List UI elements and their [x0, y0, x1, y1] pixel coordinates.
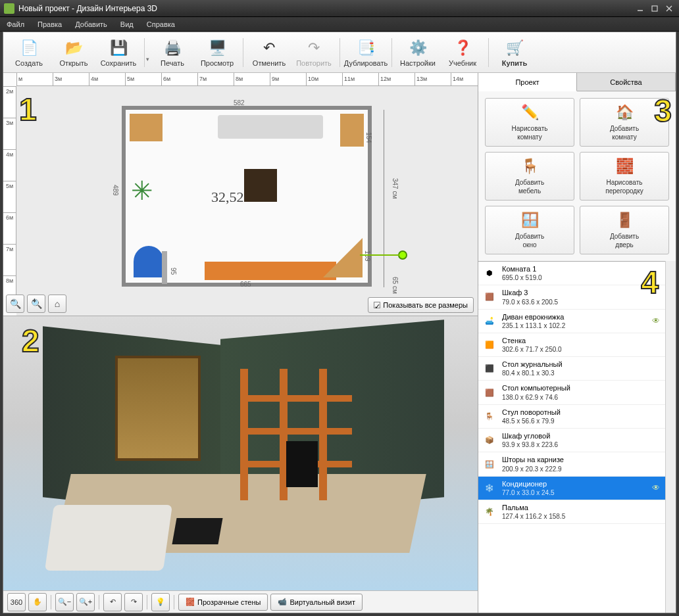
zoom-out-button[interactable]: 🔍− [6, 295, 24, 313]
action-draw-room[interactable]: ✏️Нарисоватькомнату [485, 98, 574, 147]
object-icon: 🪑 [482, 409, 497, 423]
view3d-redo[interactable]: ↷ [124, 593, 143, 611]
view3d-zoom-out[interactable]: 🔍− [55, 593, 74, 611]
create-icon: 📄 [19, 38, 39, 58]
object-row[interactable]: ❄️Кондиционер77.0 x 33.0 x 24.5👁 [478, 477, 665, 500]
buy-icon: 🛒 [505, 38, 524, 58]
object-icon: 🟫 [482, 385, 497, 400]
action-add-door[interactable]: 🚪Добавитьдверь [580, 206, 669, 254]
action-add-furn[interactable]: 🪑Добавитьмебель [485, 152, 574, 201]
overlay-3: 3 [654, 93, 672, 129]
toolbar-dup[interactable]: 📑Дублировать [344, 35, 388, 70]
action-add-window[interactable]: 🪟Добавитьокно [485, 206, 574, 254]
toolbar-save[interactable]: 💾Сохранить [97, 35, 140, 70]
scene-3d[interactable]: 2 [3, 316, 478, 590]
settings-icon: ⚙️ [408, 38, 428, 58]
toolbar-redo[interactable]: ↷Повторить [292, 35, 336, 70]
scrollbar[interactable] [665, 261, 676, 613]
object-icon: 🟧 [482, 338, 497, 352]
tabs: Проект Свойства [478, 73, 676, 91]
view3d-pan[interactable]: ✋ [28, 593, 47, 611]
canvas-2d[interactable]: 32,52 ✳ 582 347 см 154 489 [16, 86, 478, 316]
object-icon: 🪟 [482, 457, 497, 471]
virtual-visit-button[interactable]: 📹Виртуальный визит [270, 594, 363, 611]
object-icon: 📦 [482, 433, 497, 448]
dim-br2: 65 см [391, 277, 399, 294]
object-row[interactable]: 🟫Шкаф 379.0 x 63.6 x 200.5 [478, 285, 665, 309]
visibility-icon[interactable]: 👁 [652, 316, 661, 325]
action-draw-part[interactable]: 🧱Нарисоватьперегородку [580, 152, 669, 201]
visibility-icon[interactable]: 👁 [652, 483, 661, 492]
toolbar: 📄Создать📂Открыть💾Сохранить▾🖨️Печать🖥️Про… [3, 32, 676, 73]
view3d-rotate-360[interactable]: 360 [7, 593, 26, 611]
overlay-1: 1 [19, 91, 37, 128]
help-icon: ❓ [453, 38, 472, 58]
menu-Справка[interactable]: Справка [140, 17, 182, 31]
toolbar-dropdown[interactable]: ▾ [146, 43, 149, 62]
room-outline[interactable]: 32,52 ✳ [122, 106, 372, 287]
menu-Добавить[interactable]: Добавить [68, 17, 114, 31]
object-row[interactable]: 🪟Шторы на карнизе200.9 x 20.3 x 222.9 [478, 452, 665, 476]
svg-rect-1 [652, 6, 657, 11]
room-area: 32,52 [211, 189, 244, 206]
add-window-icon: 🪟 [520, 211, 539, 229]
object-icon: ❄️ [482, 481, 497, 495]
selection-handle[interactable] [398, 250, 407, 260]
draw-part-icon: 🧱 [615, 157, 634, 176]
dim-left: 489 [112, 185, 119, 196]
print-icon: 🖨️ [163, 38, 182, 58]
add-furn-icon: 🪑 [520, 157, 539, 176]
object-icon: 🟫 [482, 290, 497, 304]
open-icon: 📂 [64, 38, 84, 58]
show-dims-toggle[interactable]: ✓ Показывать все размеры [368, 297, 474, 313]
view3d-light[interactable]: 💡 [151, 593, 170, 611]
view3d-toolbar: 360✋🔍−🔍+↶↷💡🧱Прозрачные стены📹Виртуальный… [3, 590, 478, 613]
toolbar-open[interactable]: 📂Открыть [52, 35, 95, 70]
dim-br1: 159 [364, 250, 371, 262]
object-row[interactable]: 🌴Пальма127.4 x 116.2 x 158.5 [478, 500, 665, 524]
add-door-icon: 🚪 [615, 211, 634, 229]
overlay-4: 4 [641, 264, 659, 300]
toolbar-undo[interactable]: ↶Отменить [247, 35, 291, 70]
object-row[interactable]: 📦Шкаф угловой93.9 x 93.8 x 223.6 [478, 429, 665, 452]
toolbar-settings[interactable]: ⚙️Настройки [396, 35, 440, 70]
view3d-zoom-in[interactable]: 🔍+ [76, 593, 95, 611]
tab-properties[interactable]: Свойства [577, 73, 676, 91]
tab-project[interactable]: Проект [478, 73, 577, 91]
object-row[interactable]: 🛋️Диван еврокнижка235.1 x 113.1 x 102.2👁 [478, 310, 665, 333]
toolbar-preview[interactable]: 🖥️Просмотр [195, 35, 239, 70]
right-panel: Проект Свойства 3 ✏️Нарисоватькомнату🏠До… [478, 73, 676, 613]
object-row[interactable]: 🪑Стул поворотный48.5 x 56.6 x 79.9 [478, 405, 665, 429]
object-icon: ⬢ [482, 266, 497, 281]
object-row[interactable]: ⬢Комната 1695.0 x 519.0 [478, 262, 665, 285]
plan-view[interactable]: м3м4м5м6м7м8м9м10м11м12м13м14м 2м3м4м5м6… [3, 73, 478, 316]
ruler-horizontal: м3м4м5м6м7м8м9м10м11м12м13м14м [16, 73, 478, 86]
menu-Вид[interactable]: Вид [114, 17, 140, 31]
toolbar-print[interactable]: 🖨️Печать [151, 35, 194, 70]
object-icon: 🌴 [482, 505, 497, 519]
dim-bottom: 665 [240, 281, 251, 288]
minimize-button[interactable] [634, 4, 646, 13]
view3d-undo[interactable]: ↶ [103, 593, 122, 611]
toolbar-buy[interactable]: 🛒Купить [493, 35, 536, 70]
object-list[interactable]: 4 ⬢Комната 1695.0 x 519.0🟫Шкаф 379.0 x 6… [478, 261, 665, 613]
home-button[interactable]: ⌂ [48, 295, 66, 313]
dim-right-outer: 347 см [391, 178, 399, 199]
transparent-walls-button[interactable]: 🧱Прозрачные стены [178, 594, 268, 611]
redo-icon: ↷ [304, 38, 324, 58]
toolbar-help[interactable]: ❓Учебник [441, 35, 484, 70]
maximize-button[interactable] [649, 4, 661, 13]
object-row[interactable]: 🟧Стенка302.6 x 71.7 x 250.0 [478, 333, 665, 357]
object-row[interactable]: ⬛Стол журнальный80.4 x 80.1 x 30.3 [478, 357, 665, 381]
menu-Правка[interactable]: Правка [31, 17, 68, 31]
object-icon: 🛋️ [482, 314, 497, 328]
close-button[interactable] [663, 4, 675, 13]
view-3d[interactable]: 2 360✋🔍−🔍+↶↷💡🧱Прозрачные стены📹Виртуальн… [3, 316, 478, 613]
app-icon [4, 3, 14, 14]
menubar: ФайлПравкаДобавитьВидСправка [0, 17, 679, 32]
toolbar-create[interactable]: 📄Создать [7, 35, 51, 70]
menu-Файл[interactable]: Файл [0, 17, 31, 31]
object-row[interactable]: 🟫Стол компьютерный138.0 x 62.9 x 74.6 [478, 381, 665, 404]
preview-icon: 🖥️ [207, 38, 227, 58]
zoom-in-button[interactable]: 🔍+ [27, 295, 45, 313]
